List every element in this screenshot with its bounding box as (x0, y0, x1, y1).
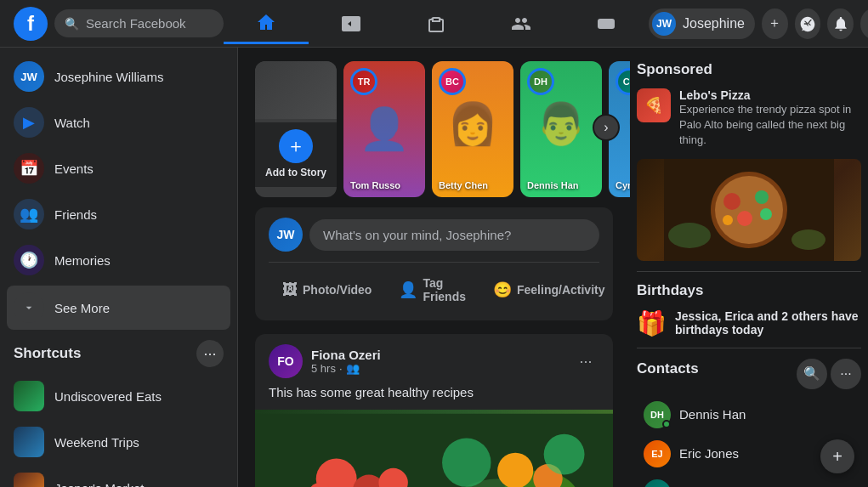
svg-point-29 (668, 223, 711, 248)
svg-point-24 (723, 193, 740, 210)
birthday-icon: 🎁 (637, 309, 667, 337)
nav-watch-button[interactable] (309, 3, 394, 44)
shortcuts-more-button[interactable]: ··· (196, 340, 224, 367)
sidebar-user-name: Josephine Williams (54, 70, 163, 84)
post-author-avatar[interactable]: FO (269, 344, 303, 378)
story-betty-chen[interactable]: BC 👩 Betty Chen (432, 61, 513, 197)
sidebar-item-memories[interactable]: 🕐 Memories (7, 238, 230, 282)
nav-home-button[interactable] (224, 3, 309, 44)
sidebar-friends-label: Friends (54, 207, 97, 222)
shortcut-label-3: Jasper's Market (54, 481, 144, 488)
svg-rect-0 (598, 19, 615, 29)
svg-point-30 (791, 229, 825, 250)
shortcut-undiscovered-eats[interactable]: Undiscovered Eats (7, 374, 230, 418)
story-avatar-1: TR (350, 68, 377, 95)
contact-cynthia-lopez[interactable]: CL Cynthia Lopez (637, 474, 861, 487)
see-more-button[interactable]: See More (7, 286, 230, 330)
contact-avatar-eric: EJ (644, 440, 671, 467)
tag-friends-label: Tag Friends (423, 276, 466, 303)
story-dennis-han[interactable]: DH 👨 Dennis Han (520, 61, 602, 197)
svg-point-26 (737, 211, 752, 226)
sidebar-watch-label: Watch (54, 116, 90, 130)
nav-center (224, 3, 649, 44)
post-author-name: Fiona Ozeri (311, 348, 381, 362)
sponsored-title: Sponsored (637, 61, 861, 78)
tag-friends-button[interactable]: 👤 Tag Friends (385, 269, 479, 310)
sidebar-item-watch[interactable]: ▶ Watch (7, 100, 230, 144)
contact-name-eric: Eric Jones (679, 446, 739, 461)
shortcut-jaspers-market[interactable]: Jasper's Market (7, 466, 230, 487)
stories-next-button[interactable]: › (593, 114, 620, 141)
post-image (255, 410, 613, 487)
sidebar-item-friends[interactable]: 👥 Friends (7, 192, 230, 236)
contacts-actions: 🔍 ··· (797, 359, 861, 389)
contacts-more-button[interactable]: ··· (831, 359, 861, 389)
events-icon: 📅 (14, 153, 44, 184)
section-divider-2 (637, 348, 861, 348)
photo-video-icon: 🖼 (282, 281, 298, 299)
notifications-button[interactable] (827, 8, 854, 39)
feeling-activity-button[interactable]: 😊 Feeling/Activity (479, 274, 618, 306)
contacts-search-button[interactable]: 🔍 (797, 359, 827, 389)
sidebar-user-profile[interactable]: JW Josephine Williams (7, 54, 230, 99)
post-privacy-icon: 👥 (346, 362, 360, 375)
sidebar-item-events[interactable]: 📅 Events (7, 146, 230, 190)
see-more-label: See More (54, 301, 110, 315)
svg-point-28 (723, 215, 733, 225)
search-box[interactable]: 🔍 (54, 9, 224, 37)
shortcut-label-2: Weekend Trips (54, 435, 139, 450)
center-feed: ＋ Add to Story TR 👤 Tom Russo BC 👩 Betty… (238, 48, 630, 487)
birthdays-section: 🎁 Jessica, Erica and 2 others have birth… (637, 309, 861, 337)
add-button[interactable]: ＋ (762, 8, 788, 39)
user-avatar: JW (14, 61, 44, 92)
feeling-icon: 😊 (493, 280, 512, 299)
story-avatar-4: CL (616, 68, 630, 95)
left-sidebar: JW Josephine Williams ▶ Watch 📅 Events 👥… (0, 48, 238, 487)
sponsored-logo: 🍕 (637, 88, 671, 122)
messenger-button[interactable] (795, 8, 821, 39)
contact-dennis-han[interactable]: DH Dennis Han (637, 396, 861, 433)
post-user-avatar: JW (269, 218, 303, 252)
post-header-left: FO Fiona Ozeri 5 hrs · 👥 (269, 344, 381, 378)
nav-gaming-button[interactable] (564, 3, 649, 44)
search-input[interactable] (86, 16, 213, 31)
add-story-card[interactable]: ＋ Add to Story (255, 61, 337, 197)
svg-point-27 (760, 208, 772, 220)
nav-marketplace-button[interactable] (394, 3, 479, 44)
post-header: FO Fiona Ozeri 5 hrs · 👥 ··· (255, 334, 613, 385)
story-tom-russo[interactable]: TR 👤 Tom Russo (343, 61, 425, 197)
sponsored-item[interactable]: 🍕 Lebo's Pizza Experience the trendy piz… (637, 88, 861, 149)
top-navigation: f 🔍 JW Josephine ＋ (0, 0, 868, 48)
section-divider-1 (637, 271, 861, 272)
post-time-separator: · (339, 362, 343, 375)
shortcuts-header: Shortcuts ··· (7, 333, 230, 374)
shortcut-thumb-3 (14, 473, 44, 487)
story-name-1: Tom Russo (350, 180, 418, 190)
photo-video-button[interactable]: 🖼 Photo/Video (269, 275, 385, 306)
post-text: This has some great healthy recipes (255, 385, 613, 410)
post-meta: 5 hrs · 👥 (311, 362, 381, 375)
online-indicator-dennis (662, 420, 671, 428)
sponsored-image[interactable] (637, 159, 861, 261)
story-name-3: Dennis Han (527, 180, 595, 190)
facebook-logo[interactable]: f (14, 7, 48, 41)
shortcut-thumb-2 (14, 427, 44, 457)
birthdays-title: Birthdays (637, 282, 861, 299)
stories-row: ＋ Add to Story TR 👤 Tom Russo BC 👩 Betty… (255, 48, 613, 207)
post-more-button[interactable]: ··· (572, 348, 599, 375)
post-time: 5 hrs (311, 362, 336, 375)
nav-groups-button[interactable] (479, 3, 564, 44)
menu-button[interactable]: ▾ (860, 8, 868, 39)
profile-chip[interactable]: JW Josephine (649, 8, 755, 39)
post-input[interactable]: What's on your mind, Josephine? (309, 219, 599, 251)
new-chat-button[interactable]: + (820, 439, 854, 473)
sponsored-description: Experience the trendy pizza spot in Palo… (679, 102, 861, 149)
story-name-2: Betty Chen (439, 180, 507, 190)
photo-video-label: Photo/Video (303, 283, 372, 297)
memories-icon: 🕐 (14, 245, 44, 275)
shortcut-weekend-trips[interactable]: Weekend Trips (7, 420, 230, 464)
contact-avatar-dennis: DH (644, 401, 671, 428)
see-more-icon (14, 292, 44, 323)
feed-post-fiona: FO Fiona Ozeri 5 hrs · 👥 ··· This has so… (255, 334, 613, 487)
sponsored-info: Lebo's Pizza Experience the trendy pizza… (679, 88, 861, 149)
